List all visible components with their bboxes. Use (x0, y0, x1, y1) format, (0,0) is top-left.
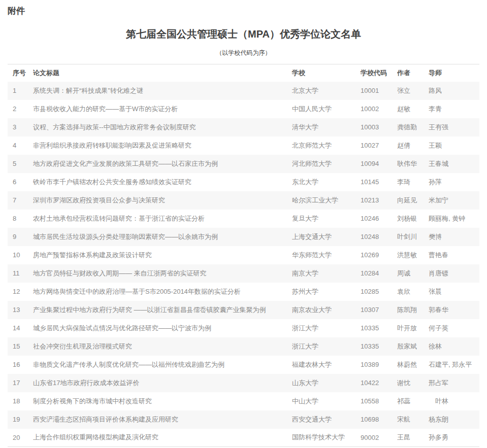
cell-author: 王昆 (397, 429, 425, 447)
cell-code: 10284 (355, 264, 397, 283)
table-row: 16非物质文化遗产传承人制度优化研究——以福州传统戏剧曲艺为例福建农林大学103… (8, 356, 479, 374)
table-row: 9城市居民生活垃圾源头分类处理影响因素研究——以余姚市为例上海交通大学10248… (8, 228, 479, 246)
cell-code: 10335 (355, 337, 397, 356)
cell-code: 10003 (355, 118, 397, 136)
cell-title: 议程、方案选择与政策--中国地方政府常务会议制度研究 (33, 118, 287, 136)
cell-author: 叶开放 (397, 319, 425, 337)
cell-no: 10 (8, 246, 33, 264)
cell-advisor: 石建平, 郑永平 (425, 356, 479, 374)
cell-author: 赵敏 (397, 100, 425, 118)
attachment-label: 附件 (8, 5, 479, 17)
cell-title: 铁岭市李千户镇辖农村公共安全服务感知绩效实证研究 (33, 173, 287, 191)
cell-code: 10001 (355, 82, 397, 100)
cell-title: 地方官员特征与财政收入周期—— 来自江浙两省的实证研究 (33, 264, 287, 283)
table-head: 序号 论文标题 学校 学校代码 作者 导师 (8, 64, 479, 82)
cell-code: 10422 (355, 374, 397, 392)
table-row: 7深圳市罗湖区政府投资项目公众参与决策研究哈尔滨工业大学10213向延见米加宁 (8, 191, 479, 210)
table-row: 15社会冲突衍生机理及治理模式研究浙江大学10335殷家斌徐林 (8, 337, 479, 356)
cell-title: 西安浐灞生态区招商项目评价体系构建及应用研究 (33, 410, 287, 429)
cell-school: 南京大学 (287, 264, 355, 283)
cell-code: 10335 (355, 319, 397, 337)
table-row: 5地方政府促进文化产业发展的政策工具研究——以石家庄市为例河北师范大学10094… (8, 155, 479, 173)
thesis-list-table: 序号 论文标题 学校 学校代码 作者 导师 1系统失调：解开“科技成果”转化难之… (8, 64, 479, 447)
cell-author: 袁欣 (397, 283, 425, 301)
cell-code: 10094 (355, 155, 397, 173)
cell-school: 中国人民大学 (287, 100, 355, 118)
cell-no: 4 (8, 136, 33, 155)
column-header-title: 论文标题 (33, 64, 287, 82)
column-header-advisor: 导师 (425, 64, 479, 82)
table-row: 2市县税收收入能力的研究——基于W市的实证分析中国人民大学10002赵敏李青 (8, 100, 479, 118)
table-row: 12地方网络舆情变迁中的政府治理—基于S市2005-2014年数据的实证分析苏州… (8, 283, 479, 301)
table-row: 1系统失调：解开“科技成果”转化难之谜北京大学10001张立路风 (8, 82, 479, 100)
cell-school: 中山大学 (287, 392, 355, 410)
cell-title: 深圳市罗湖区政府投资项目公众参与决策研究 (33, 191, 287, 210)
page-title: 第七届全国公共管理硕士（MPA）优秀学位论文名单 (8, 27, 479, 41)
cell-title: 非物质文化遗产传承人制度优化研究——以福州传统戏剧曲艺为例 (33, 356, 287, 374)
cell-school: 西安交通大学 (287, 410, 355, 429)
cell-author: 耿伟华 (397, 155, 425, 173)
cell-code: 10307 (355, 301, 397, 319)
cell-school: 浙江大学 (287, 319, 355, 337)
cell-advisor: 邢占军 (425, 374, 479, 392)
table-row: 4非营利组织承接政府转移职能影响因素及促进策略研究北京师范大学10027赵倩王颖 (8, 136, 479, 155)
cell-advisor: 杨东朗 (425, 410, 479, 429)
cell-school: 南京农业大学 (287, 301, 355, 319)
cell-no: 16 (8, 356, 33, 374)
cell-code: 10002 (355, 100, 397, 118)
cell-code: 10246 (355, 210, 397, 228)
cell-author: 龚德勤 (397, 118, 425, 136)
cell-author: 洪慧敏 (397, 246, 425, 264)
cell-title: 非营利组织承接政府转移职能影响因素及促进策略研究 (33, 136, 287, 155)
cell-title: 农村土地承包经营权流转问题研究：基于浙江省的实证分析 (33, 210, 287, 228)
table-row: 19西安浐灞生态区招商项目评价体系构建及应用研究西安交通大学10698宋航杨东朗 (8, 410, 479, 429)
table-row: 14城乡居民大病保险试点情况与优化路径研究——以宁波市为例浙江大学10335叶开… (8, 319, 479, 337)
cell-school: 国防科学技术大学 (287, 429, 355, 447)
cell-author: 祁蕊 (397, 392, 425, 410)
cell-no: 17 (8, 374, 33, 392)
page-subtitle: （以学校代码为序） (8, 49, 479, 57)
cell-title: 房地产预警指标体系构建及政策设计研究 (33, 246, 287, 264)
cell-author: 陈凯翔 (397, 301, 425, 319)
table-row: 13产业集聚过程中地方政府行为研究 ——以浙江省新昌县儒岙镇胶囊产业集聚为例南京… (8, 301, 479, 319)
cell-code: 10389 (355, 356, 397, 374)
cell-author: 殷家斌 (397, 337, 425, 356)
cell-author: 宋航 (397, 410, 425, 429)
cell-title: 制度分析视角下的珠海市城中村改造研究 (33, 392, 287, 410)
table-row: 3议程、方案选择与政策--中国地方政府常务会议制度研究清华大学10003龚德勤王… (8, 118, 479, 136)
cell-advisor: 肖唐镖 (425, 264, 479, 283)
cell-advisor: 王有强 (425, 118, 479, 136)
cell-code: 10285 (355, 283, 397, 301)
cell-code: 90002 (355, 429, 397, 447)
cell-advisor: 王颖 (425, 136, 479, 155)
cell-author: 向延见 (397, 191, 425, 210)
cell-advisor: 王春城 (425, 155, 479, 173)
cell-title: 上海合作组织权重网络模型构建及演化研究 (33, 429, 287, 447)
cell-no: 3 (8, 118, 33, 136)
cell-code: 10027 (355, 136, 397, 155)
cell-advisor: 何子英 (425, 319, 479, 337)
table-row: 10房地产预警指标体系构建及政策设计研究华东师范大学10269洪慧敏曹艳春 (8, 246, 479, 264)
cell-no: 1 (8, 82, 33, 100)
cell-author: 林蔚然 (397, 356, 425, 374)
cell-no: 9 (8, 228, 33, 246)
cell-advisor: 徐林 (425, 337, 479, 356)
table-row: 17山东省17地市政府行政成本效益评价山东大学10422谢忱邢占军 (8, 374, 479, 392)
cell-school: 北京大学 (287, 82, 355, 100)
cell-no: 13 (8, 301, 33, 319)
cell-title: 系统失调：解开“科技成果”转化难之谜 (33, 82, 287, 100)
cell-no: 6 (8, 173, 33, 191)
cell-code: 10269 (355, 246, 397, 264)
cell-author: 赵倩 (397, 136, 425, 155)
cell-author: 谢忱 (397, 374, 425, 392)
cell-school: 山东大学 (287, 374, 355, 392)
cell-title: 山东省17地市政府行政成本效益评价 (33, 374, 287, 392)
column-header-author: 作者 (397, 64, 425, 82)
column-header-code: 学校代码 (355, 64, 397, 82)
cell-title: 地方网络舆情变迁中的政府治理—基于S市2005-2014年数据的实证分析 (33, 283, 287, 301)
table-row: 8农村土地承包经营权流转问题研究：基于浙江省的实证分析复旦大学10246刘杨银顾… (8, 210, 479, 228)
cell-advisor: 叶林 (425, 392, 479, 410)
cell-school: 华东师范大学 (287, 246, 355, 264)
cell-advisor: 顾丽梅, 黄钟 (425, 210, 479, 228)
cell-no: 7 (8, 191, 33, 210)
